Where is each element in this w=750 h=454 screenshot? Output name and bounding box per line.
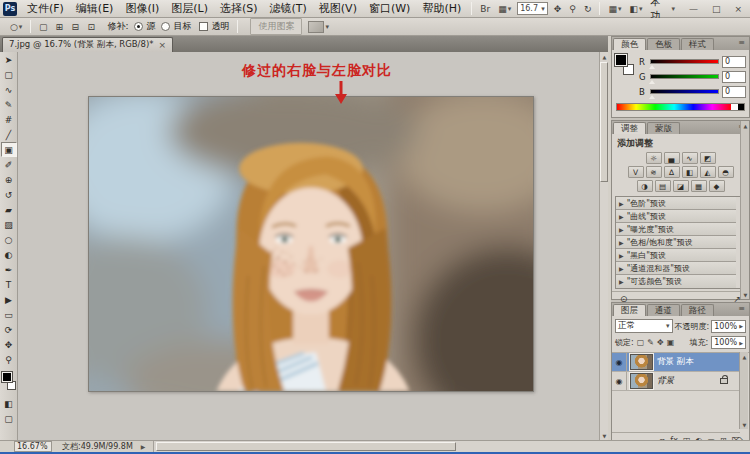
scrollbar-thumb[interactable]: [600, 62, 608, 182]
scroll-up-icon[interactable]: ▲: [740, 352, 749, 361]
visibility-eye-icon[interactable]: ◉: [612, 353, 627, 371]
document-tab[interactable]: 7.jpg @ 16.7% (背景 副本, RGB/8)* ×: [2, 37, 173, 52]
color-balance-icon[interactable]: ∆: [664, 166, 680, 178]
history-brush-tool[interactable]: ↺: [1, 187, 17, 202]
launch-bridge-icon[interactable]: Br: [477, 3, 493, 15]
posterize-icon[interactable]: ▤: [655, 180, 671, 192]
status-zoom-input[interactable]: 16.67%: [14, 441, 52, 452]
menu-edit[interactable]: 编辑(E): [70, 0, 120, 17]
canvas-area[interactable]: 修过的右脸与左脸对比: [18, 52, 608, 440]
shape-tool[interactable]: ▭: [1, 307, 17, 322]
expand-icon[interactable]: ▶: [619, 239, 624, 246]
clone-stamp-tool[interactable]: ⊕: [1, 172, 17, 187]
channel-slider[interactable]: [650, 89, 719, 94]
expand-icon[interactable]: ▶: [619, 265, 624, 272]
subtract-selection-icon[interactable]: ⊟: [68, 20, 82, 33]
preset-row[interactable]: ▶ "黑白"预设: [616, 249, 736, 262]
layer-thumbnail[interactable]: [630, 354, 653, 370]
tab-channels[interactable]: 通道: [647, 304, 680, 316]
background-color-swatch[interactable]: [7, 381, 16, 390]
expand-icon[interactable]: ▶: [619, 213, 624, 220]
foreground-color-swatch[interactable]: [615, 54, 627, 66]
add-selection-icon[interactable]: ⊞: [52, 20, 66, 33]
view-extras-icon[interactable]: ▦▾: [495, 3, 514, 15]
invert-icon[interactable]: ◑: [637, 180, 653, 192]
pattern-picker-arrow[interactable]: ▾: [325, 23, 329, 31]
eraser-tool[interactable]: ▰: [1, 202, 17, 217]
restore-button[interactable]: □: [708, 4, 725, 14]
gradient-map-icon[interactable]: ▦: [691, 180, 707, 192]
channel-mixer-icon[interactable]: ◓: [718, 166, 734, 178]
hand-tool[interactable]: ✥: [1, 337, 17, 352]
hand-icon[interactable]: ✥: [551, 3, 565, 15]
screen-mode-icon[interactable]: ◧▾: [626, 3, 645, 15]
gradient-tool[interactable]: ▨: [1, 217, 17, 232]
lock-paint-icon[interactable]: ✎: [647, 338, 654, 347]
crop-tool[interactable]: #: [1, 112, 17, 127]
menu-select[interactable]: 选择(S): [214, 0, 264, 17]
tab-swatches[interactable]: 色板: [647, 38, 680, 50]
panel-menu-icon[interactable]: ≡: [734, 304, 749, 313]
layer-row-background-copy[interactable]: ◉ 背景 副本: [612, 353, 740, 372]
scrollbar-thumb[interactable]: [156, 442, 456, 451]
status-menu-arrow[interactable]: ▶: [141, 443, 146, 450]
transparent-checkbox[interactable]: [199, 22, 208, 31]
expand-icon[interactable]: ▶: [619, 226, 624, 233]
blend-mode-select[interactable]: 正常 ▾: [615, 319, 673, 333]
tab-paths[interactable]: 路径: [681, 304, 714, 316]
use-pattern-button[interactable]: 使用图案: [250, 18, 302, 35]
exposure-icon[interactable]: ◩: [700, 152, 716, 164]
expand-icon[interactable]: ▶: [619, 252, 624, 259]
menu-layer[interactable]: 图层(L): [165, 0, 214, 17]
layers-scrollbar[interactable]: ▲ ▼: [739, 352, 748, 429]
tab-layers[interactable]: 图层: [613, 304, 646, 316]
zoom-tool[interactable]: ⚲: [1, 352, 17, 367]
lock-all-icon[interactable]: ▣: [667, 338, 675, 347]
close-tab-icon[interactable]: ×: [158, 40, 166, 50]
horizontal-scrollbar[interactable]: [153, 441, 750, 452]
preset-row[interactable]: ▶ "可选颜色"预设: [616, 275, 736, 288]
photo-image[interactable]: [88, 96, 534, 392]
intersect-selection-icon[interactable]: ⊡: [84, 20, 98, 33]
blur-tool[interactable]: ○: [1, 232, 17, 247]
tab-styles[interactable]: 样式: [681, 38, 714, 50]
preset-row[interactable]: ▶ "曝光度"预设: [616, 223, 736, 236]
opacity-input[interactable]: 100% ▶: [711, 320, 746, 333]
scroll-up-icon[interactable]: ▲: [741, 121, 750, 130]
selective-color-icon[interactable]: ◆: [709, 180, 725, 192]
preset-row[interactable]: ▶ "通道混和器"预设: [616, 262, 736, 275]
channel-value-input[interactable]: 0: [722, 56, 746, 68]
color-spectrum-ramp[interactable]: [616, 103, 745, 111]
type-tool[interactable]: T: [1, 277, 17, 292]
tab-adjustments[interactable]: 调整: [613, 122, 646, 134]
menu-image[interactable]: 图像(I): [119, 0, 165, 17]
move-tool[interactable]: ➤: [1, 52, 17, 67]
lock-move-icon[interactable]: ✥: [657, 338, 664, 347]
rotate-view-icon[interactable]: ↻: [581, 3, 595, 15]
zoom-icon[interactable]: ⚲: [566, 3, 579, 15]
tab-masks[interactable]: 蒙版: [647, 122, 680, 134]
brush-tool[interactable]: ✐: [1, 157, 17, 172]
panel-menu-icon[interactable]: ≡: [734, 38, 749, 47]
black-white-icon[interactable]: ◧: [682, 166, 698, 178]
marquee-tool[interactable]: ▢: [1, 67, 17, 82]
expand-icon[interactable]: ▶: [619, 278, 624, 285]
tab-color[interactable]: 颜色: [613, 38, 646, 50]
scroll-down-icon[interactable]: ▼: [600, 431, 608, 440]
menu-filter[interactable]: 滤镜(T): [264, 0, 313, 17]
minimize-button[interactable]: —: [685, 4, 702, 14]
quick-selection-tool[interactable]: ✎: [1, 97, 17, 112]
levels-icon[interactable]: ▄: [664, 152, 680, 164]
preset-row[interactable]: ▶ "色阶"预设: [616, 197, 736, 210]
lasso-tool[interactable]: ∿: [1, 82, 17, 97]
arrange-documents-icon[interactable]: ▦▾: [605, 3, 624, 15]
layer-thumbnail[interactable]: [630, 373, 653, 389]
channel-value-input[interactable]: 0: [722, 71, 746, 83]
menu-window[interactable]: 窗口(W): [363, 0, 416, 17]
pattern-picker[interactable]: [308, 21, 324, 33]
threshold-icon[interactable]: ◪: [673, 180, 689, 192]
new-selection-icon[interactable]: ▢: [36, 20, 50, 33]
pen-tool[interactable]: ✒: [1, 262, 17, 277]
screen-mode-button[interactable]: ▢: [1, 411, 17, 426]
brightness-contrast-icon[interactable]: ☼: [646, 152, 662, 164]
